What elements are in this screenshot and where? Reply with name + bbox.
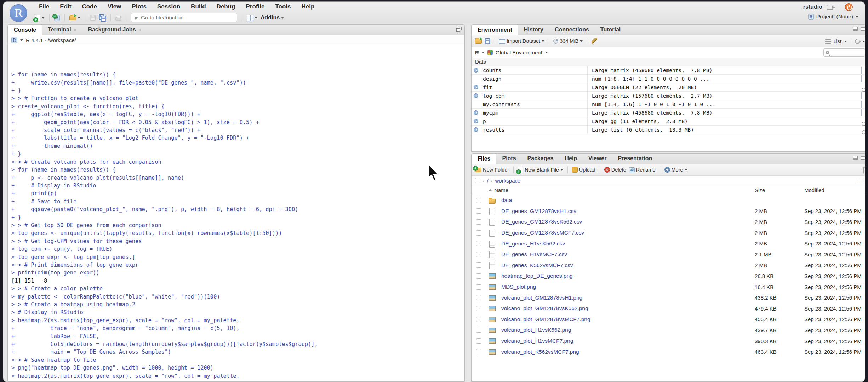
- file-name-link[interactable]: DE_genes_K562vsMCF7.csv: [501, 262, 755, 268]
- load-workspace-icon[interactable]: [475, 39, 482, 44]
- select-all-checkbox[interactable]: [475, 178, 480, 183]
- file-checkbox[interactable]: [476, 241, 481, 246]
- upload-button[interactable]: ↑ Upload: [572, 167, 595, 173]
- file-name-link[interactable]: volcano_plot_K562vsMCF7.png: [501, 349, 755, 355]
- import-dataset-button[interactable]: Import Dataset: [499, 38, 544, 44]
- file-row[interactable]: volcano_plot_GM12878vsMCF7.png 455.4 KB …: [472, 314, 865, 325]
- view-object-icon[interactable]: [861, 101, 862, 108]
- pane-layout-button[interactable]: [247, 15, 257, 21]
- file-checkbox[interactable]: [476, 262, 481, 268]
- files-tab[interactable]: Viewer: [583, 153, 612, 164]
- file-row[interactable]: DE_genes_K562vsMCF7.csv 2 MB Sep 23, 202…: [472, 260, 865, 271]
- maximize-pane-icon[interactable]: [861, 156, 865, 160]
- menu-item[interactable]: Tools: [270, 3, 296, 10]
- breadcrumb-root[interactable]: /: [487, 178, 489, 184]
- open-file-button[interactable]: [69, 16, 80, 20]
- file-checkbox[interactable]: [476, 317, 481, 322]
- file-name-link[interactable]: MDS_plot.png: [501, 284, 755, 290]
- file-name-link[interactable]: DE_genes_H1vsK562.csv: [501, 241, 755, 247]
- file-name-link[interactable]: DE_genes_GM12878vsH1.csv: [501, 208, 755, 214]
- environment-tab[interactable]: Connections: [549, 24, 595, 35]
- file-name-link[interactable]: heatmap_top_DE_genes.png: [501, 273, 755, 279]
- file-row[interactable]: volcano_plot_H1vsMCF7.png 390.3 KB Sep 2…: [472, 336, 865, 347]
- environment-search-box[interactable]: [823, 48, 865, 57]
- menu-item[interactable]: Build: [185, 3, 211, 10]
- console-tab[interactable]: Console ×: [8, 24, 42, 35]
- environment-object-row[interactable]: my.contrasts num [1:4, 1:6] 1 -1 0 0 1 0…: [472, 100, 865, 109]
- file-checkbox[interactable]: [476, 306, 481, 311]
- environment-search-input[interactable]: [831, 50, 861, 55]
- menu-item[interactable]: Code: [76, 3, 102, 10]
- minimize-pane-icon[interactable]: [853, 27, 858, 31]
- file-row[interactable]: DE_genes_GM12878vsMCF7.csv 2 MB Sep 23, …: [472, 227, 865, 238]
- project-selector[interactable]: R Project: (None): [808, 13, 858, 20]
- addins-button[interactable]: Addins: [261, 15, 284, 21]
- console-tab[interactable]: Background Jobs ×: [82, 24, 147, 35]
- files-tab[interactable]: Files: [472, 153, 496, 164]
- file-name-link[interactable]: volcano_plot_GM12878vsMCF7.png: [501, 316, 755, 323]
- file-name-link[interactable]: volcano_plot_GM12878vsH1.png: [501, 295, 755, 301]
- size-column-header[interactable]: Size: [755, 187, 804, 193]
- new-file-button[interactable]: [35, 15, 45, 21]
- view-object-icon[interactable]: [861, 75, 862, 82]
- expand-object-icon[interactable]: [474, 127, 478, 132]
- memory-usage-button[interactable]: 334 MiB: [553, 38, 583, 44]
- file-name-link[interactable]: DE_genes_H1vsMCF7.csv: [501, 251, 755, 257]
- environment-object-row[interactable]: p Large gg (11 elements, 2.3 MB): [472, 117, 865, 126]
- console-output[interactable]: > for (name in names(results)) {+ write.…: [8, 45, 464, 381]
- save-button[interactable]: [90, 15, 96, 21]
- expand-object-icon[interactable]: [474, 110, 478, 115]
- close-tab-icon[interactable]: ×: [138, 27, 142, 33]
- file-row[interactable]: volcano_plot_H1vsK562.png 439.7 KB Sep 2…: [472, 325, 865, 336]
- refresh-icon[interactable]: [854, 38, 861, 45]
- files-tab[interactable]: Help: [559, 153, 583, 164]
- file-name-link[interactable]: volcano_plot_H1vsMCF7.png: [501, 338, 755, 344]
- file-checkbox[interactable]: [476, 198, 481, 203]
- view-object-icon[interactable]: [861, 109, 862, 116]
- file-row[interactable]: volcano_plot_K562vsMCF7.png 463.4 KB Sep…: [472, 346, 865, 357]
- modified-column-header[interactable]: Modified: [804, 187, 865, 193]
- environment-object-row[interactable]: fit Large DGEGLM (22 elements, 20 MB): [472, 83, 865, 92]
- menu-item[interactable]: Plots: [126, 3, 152, 10]
- file-name-link[interactable]: DE_genes_GM12878vsK562.csv: [501, 219, 755, 225]
- file-row[interactable]: data: [472, 195, 865, 206]
- files-tab[interactable]: Packages: [522, 153, 559, 164]
- breadcrumb-folder[interactable]: workspace: [495, 178, 521, 184]
- menu-item[interactable]: Session: [152, 3, 185, 10]
- rename-button[interactable]: ab Rename: [629, 167, 656, 173]
- new-project-button[interactable]: R: [54, 15, 60, 21]
- file-row[interactable]: volcano_plot_GM12878vsH1.png 438.2 KB Se…: [472, 292, 865, 303]
- goto-file-function-input[interactable]: [141, 15, 226, 21]
- chevron-down-icon[interactable]: [545, 52, 548, 53]
- chevron-down-icon[interactable]: [844, 41, 847, 42]
- expand-object-icon[interactable]: [474, 68, 478, 73]
- environment-selector[interactable]: Global Environment: [496, 50, 542, 56]
- save-workspace-icon[interactable]: [485, 38, 490, 44]
- file-row[interactable]: DE_genes_GM12878vsH1.csv 2 MB Sep 23, 20…: [472, 206, 865, 217]
- clear-environment-icon[interactable]: [592, 38, 597, 44]
- environment-object-row[interactable]: mycpm Large matrix (458680 elements, 7.8…: [472, 109, 865, 117]
- print-button[interactable]: [115, 17, 121, 21]
- file-checkbox[interactable]: [476, 284, 481, 290]
- file-checkbox[interactable]: [476, 219, 481, 225]
- menu-item[interactable]: File: [34, 3, 55, 10]
- environment-object-row[interactable]: counts Large matrix (458680 elements, 7.…: [472, 66, 865, 75]
- menu-item[interactable]: View: [102, 3, 126, 10]
- environment-tab[interactable]: History: [518, 24, 549, 35]
- files-tab[interactable]: Presentation: [612, 153, 658, 164]
- console-tab[interactable]: Terminal ×: [42, 24, 82, 35]
- chevron-down-icon[interactable]: [482, 52, 485, 53]
- view-object-icon[interactable]: [861, 92, 862, 99]
- maximize-pane-icon[interactable]: [861, 27, 865, 31]
- file-name-link[interactable]: DE_genes_GM12878vsMCF7.csv: [501, 230, 755, 236]
- refresh-icon[interactable]: [863, 166, 864, 174]
- chevron-down-icon[interactable]: [862, 41, 865, 42]
- file-checkbox[interactable]: [476, 252, 481, 257]
- new-folder-button[interactable]: New Folder: [475, 167, 509, 173]
- file-name-link[interactable]: volcano_plot_GM12878vsK562.png: [501, 305, 755, 312]
- sort-by-name-header[interactable]: Name: [489, 187, 755, 193]
- menu-item[interactable]: Edit: [55, 3, 76, 10]
- close-tab-icon[interactable]: ×: [74, 27, 77, 33]
- environment-tab[interactable]: Environment: [472, 24, 518, 35]
- file-row[interactable]: DE_genes_H1vsK562.csv 2 MB Sep 23, 2024,…: [472, 238, 865, 249]
